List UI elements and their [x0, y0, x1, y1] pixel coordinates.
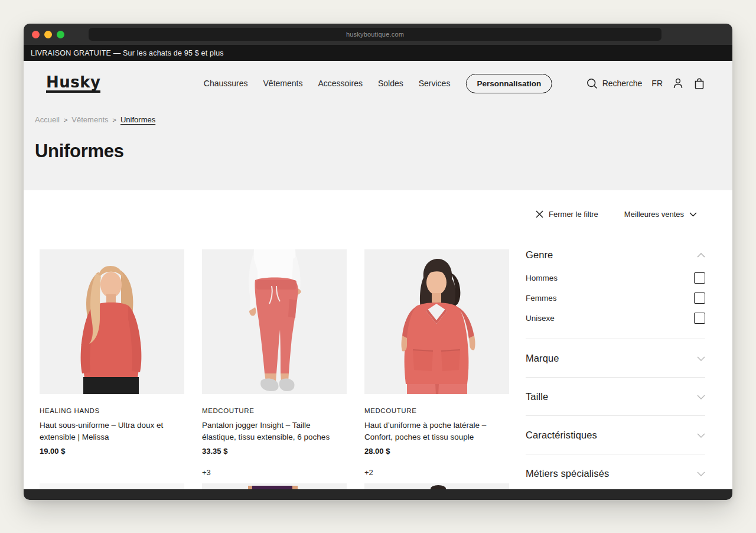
- product-price: 33.35 $: [202, 447, 347, 456]
- address-bar-url: huskyboutique.com: [346, 31, 404, 38]
- chevron-down-icon: [697, 472, 705, 476]
- personalization-button[interactable]: Personnalisation: [465, 74, 552, 93]
- filter-section-metiers-header[interactable]: Métiers spécialisés: [526, 468, 705, 479]
- product-name: Pantalon jogger Insight – Taille élastiq…: [202, 420, 347, 443]
- search-button[interactable]: Recherche: [586, 78, 643, 89]
- filter-option-label: Unisexe: [526, 314, 555, 323]
- product-image: [40, 249, 184, 394]
- close-window-button[interactable]: [32, 31, 40, 38]
- filter-section-title: Taille: [526, 391, 548, 402]
- product-image: [364, 249, 509, 394]
- header-actions: Recherche FR: [586, 77, 705, 90]
- main-content: Fermer le filtre Meilleures ventes: [24, 190, 732, 489]
- chevron-down-icon: [697, 433, 705, 438]
- filter-section-title: Marque: [526, 353, 559, 364]
- page-header-area: Husky Chaussures Vêtements Accessoires S…: [24, 61, 732, 190]
- page-title: Uniformes: [35, 141, 732, 162]
- breadcrumb-uniformes[interactable]: Uniformes: [120, 115, 155, 124]
- checkbox-femmes[interactable]: [694, 292, 705, 304]
- browser-window: huskyboutique.com LIVRAISON GRATUITE — S…: [24, 24, 732, 500]
- filter-option-femmes[interactable]: Femmes: [526, 288, 705, 308]
- breadcrumb: Accueil > Vêtements > Uniformes: [35, 115, 732, 124]
- sort-dropdown[interactable]: Meilleures ventes: [624, 210, 697, 219]
- maximize-window-button[interactable]: [57, 31, 64, 38]
- promo-banner-text: LIVRAISON GRATUITE — Sur les achats de 9…: [31, 49, 224, 57]
- chevron-up-icon: [697, 253, 705, 258]
- product-name: Haut d’uniforme à poche latérale – Confo…: [364, 420, 509, 443]
- close-filter-button[interactable]: Fermer le filtre: [536, 210, 598, 219]
- filter-section-caracteristiques: Caractéristiques: [526, 416, 705, 454]
- filter-section-marque-header[interactable]: Marque: [526, 353, 705, 364]
- product-brand: MEDCOUTURE: [202, 407, 347, 414]
- address-bar[interactable]: huskyboutique.com: [89, 28, 662, 41]
- product-card[interactable]: HEALING HANDS Haut sous-uniforme – Ultra…: [40, 249, 184, 477]
- filter-section-title: Caractéristiques: [526, 430, 597, 441]
- checkbox-unisexe[interactable]: [694, 313, 705, 324]
- breadcrumb-accueil[interactable]: Accueil: [35, 115, 60, 124]
- filter-section-marque: Marque: [526, 339, 705, 378]
- product-price: 28.00 $: [364, 447, 509, 456]
- window-controls: [32, 31, 64, 38]
- product-price: 19.00 $: [40, 447, 184, 456]
- cart-bag-icon[interactable]: [693, 77, 705, 90]
- filter-section-taille-header[interactable]: Taille: [526, 391, 705, 402]
- search-label: Recherche: [602, 79, 643, 88]
- nav-item-soldes[interactable]: Soldes: [378, 79, 403, 88]
- breadcrumb-separator: >: [64, 116, 67, 124]
- product-color-count[interactable]: +3: [202, 468, 347, 477]
- genre-options: Hommes Femmes Unisexe: [526, 268, 705, 328]
- filter-section-metiers: Métiers spécialisés: [526, 454, 705, 492]
- product-image: [202, 483, 347, 489]
- product-grid: HEALING HANDS Haut sous-uniforme – Ultra…: [40, 249, 509, 477]
- chevron-down-icon: [697, 356, 705, 361]
- close-icon: [536, 210, 543, 218]
- product-color-count[interactable]: +2: [364, 468, 509, 477]
- filter-sidebar: Genre Hommes Femmes Unisexe: [526, 249, 705, 492]
- product-image: [202, 249, 347, 394]
- breadcrumb-separator: >: [113, 116, 116, 124]
- product-image: [364, 483, 509, 489]
- minimize-window-button[interactable]: [44, 31, 52, 38]
- next-product-row-partial: [40, 483, 509, 489]
- language-switcher[interactable]: FR: [651, 79, 663, 88]
- footer-bar: [24, 489, 732, 500]
- breadcrumb-vetements[interactable]: Vêtements: [71, 115, 108, 124]
- product-card[interactable]: MEDCOUTURE Pantalon jogger Insight – Tai…: [202, 249, 347, 477]
- nav-item-services[interactable]: Services: [419, 79, 451, 88]
- chevron-down-icon: [689, 212, 697, 217]
- main-navigation: Chaussures Vêtements Accessoires Soldes …: [204, 74, 552, 93]
- product-name: Haut sous-uniforme – Ultra doux et exten…: [40, 420, 184, 443]
- chevron-down-icon: [697, 395, 705, 399]
- product-image: [40, 483, 184, 489]
- product-brand: MEDCOUTURE: [364, 407, 509, 414]
- nav-item-vetements[interactable]: Vêtements: [263, 79, 303, 88]
- browser-titlebar: huskyboutique.com: [24, 24, 732, 45]
- site-header: Husky Chaussures Vêtements Accessoires S…: [24, 61, 732, 106]
- filter-option-unisexe[interactable]: Unisexe: [526, 308, 705, 328]
- filter-section-title: Genre: [526, 249, 553, 261]
- search-icon: [586, 78, 598, 89]
- filter-section-genre[interactable]: Genre: [526, 249, 705, 261]
- filter-section-taille: Taille: [526, 378, 705, 416]
- product-card[interactable]: MEDCOUTURE Haut d’uniforme à poche latér…: [364, 249, 509, 477]
- nav-item-chaussures[interactable]: Chaussures: [204, 79, 248, 88]
- close-filter-label: Fermer le filtre: [549, 210, 598, 219]
- filter-option-hommes[interactable]: Hommes: [526, 268, 705, 288]
- product-brand: HEALING HANDS: [40, 407, 184, 414]
- filter-section-caracteristiques-header[interactable]: Caractéristiques: [526, 430, 705, 441]
- site-logo[interactable]: Husky: [46, 74, 100, 93]
- nav-item-accessoires[interactable]: Accessoires: [318, 79, 362, 88]
- filter-option-label: Femmes: [526, 294, 557, 303]
- account-icon[interactable]: [672, 77, 684, 89]
- listing-toolbar: Fermer le filtre Meilleures ventes: [536, 210, 697, 219]
- filter-section-title: Métiers spécialisés: [526, 468, 609, 479]
- checkbox-hommes[interactable]: [694, 272, 705, 284]
- promo-banner: LIVRAISON GRATUITE — Sur les achats de 9…: [24, 45, 732, 61]
- filter-option-label: Hommes: [526, 274, 558, 282]
- sort-dropdown-value: Meilleures ventes: [624, 210, 684, 219]
